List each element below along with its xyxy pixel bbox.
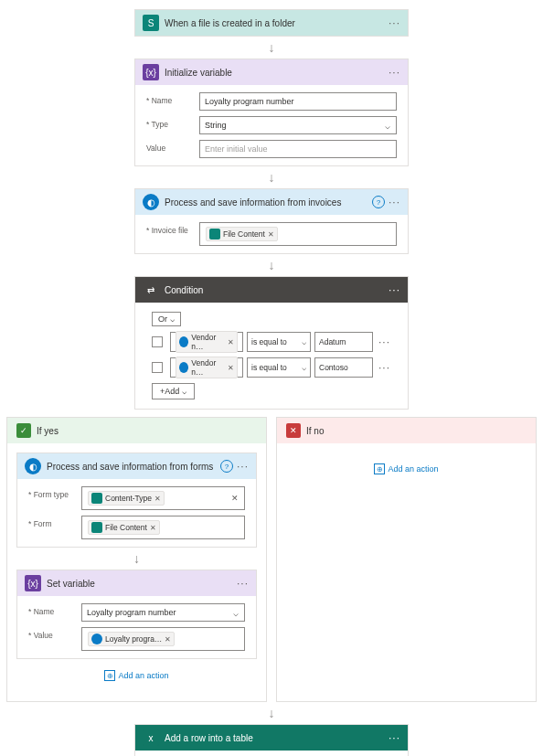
arrow-down-icon: ↓ bbox=[16, 548, 257, 570]
cross-icon: ✕ bbox=[286, 423, 301, 438]
trigger-card[interactable]: S When a file is created in a folder ··· bbox=[134, 9, 409, 37]
card-header[interactable]: ⇄ Condition ··· bbox=[135, 277, 408, 303]
or-selector[interactable]: Or ⌵ bbox=[152, 312, 181, 326]
card-header[interactable]: {x} Initialize variable ··· bbox=[135, 59, 408, 85]
card-header[interactable]: x Add a row into a table ··· bbox=[135, 725, 408, 751]
condition-icon: ⇄ bbox=[143, 282, 159, 298]
menu-icon[interactable]: ··· bbox=[237, 577, 249, 590]
operator-select[interactable]: is equal to bbox=[247, 332, 311, 352]
arrow-down-icon: ↓ bbox=[0, 254, 543, 276]
file-content-token[interactable]: File Content✕ bbox=[206, 227, 278, 241]
variable-icon: {x} bbox=[143, 64, 159, 80]
value-input[interactable]: Loyalty progra…✕ bbox=[81, 627, 245, 651]
trigger-title: When a file is created in a folder bbox=[165, 18, 389, 28]
ai-builder-icon: ◐ bbox=[25, 458, 41, 474]
branch-header[interactable]: ✕ If no bbox=[277, 418, 536, 443]
if-yes-branch: ✓ If yes ◐ Process and save information … bbox=[6, 417, 267, 702]
set-variable-card: {x} Set variable ··· Name Loyalty progra… bbox=[16, 570, 257, 659]
type-label: Type bbox=[146, 116, 199, 129]
left-operand[interactable]: Vendor n…✕ bbox=[170, 357, 243, 378]
name-label: Name bbox=[146, 92, 199, 105]
sharepoint-icon: S bbox=[143, 15, 159, 31]
card-header[interactable]: {x} Set variable ··· bbox=[17, 570, 256, 596]
menu-icon[interactable]: ··· bbox=[389, 196, 400, 208]
value-input[interactable]: Enter initial value bbox=[199, 140, 397, 158]
add-row-card: x Add a row into a table ··· LocationOne… bbox=[134, 724, 409, 756]
left-operand[interactable]: Vendor n…✕ bbox=[170, 332, 243, 352]
check-icon: ✓ bbox=[16, 423, 31, 438]
operator-select[interactable]: is equal to bbox=[247, 357, 311, 378]
arrow-down-icon: ↓ bbox=[0, 166, 543, 188]
right-operand[interactable]: Adatum bbox=[314, 332, 373, 352]
add-condition-button[interactable]: + Add ⌵ bbox=[152, 383, 195, 399]
arrow-down-icon: ↓ bbox=[6, 702, 537, 724]
process-invoices-card: ◐ Process and save information from invo… bbox=[134, 188, 409, 254]
menu-icon[interactable]: ··· bbox=[389, 16, 400, 29]
add-action-link[interactable]: ⊕Add an action bbox=[286, 453, 527, 485]
menu-icon[interactable]: ··· bbox=[389, 283, 400, 296]
condition-row: Vendor n…✕ is equal to Adatum ··· bbox=[152, 332, 395, 352]
if-no-branch: ✕ If no ⊕Add an action bbox=[276, 417, 537, 702]
excel-icon: x bbox=[143, 729, 159, 746]
value-label: Value bbox=[146, 140, 199, 153]
row-menu-icon[interactable]: ··· bbox=[378, 361, 390, 374]
arrow-down-icon: ↓ bbox=[0, 37, 543, 59]
right-operand[interactable]: Contoso bbox=[314, 357, 373, 378]
help-icon[interactable]: ? bbox=[372, 196, 385, 208]
condition-row: Vendor n…✕ is equal to Contoso ··· bbox=[152, 357, 395, 378]
add-action-link[interactable]: ⊕Add an action bbox=[16, 659, 257, 692]
branch-header[interactable]: ✓ If yes bbox=[7, 418, 266, 443]
initialize-variable-card: {x} Initialize variable ··· Name Loyalty… bbox=[134, 59, 409, 166]
add-icon: ⊕ bbox=[374, 463, 385, 474]
file-input[interactable]: File Content✕ bbox=[199, 222, 397, 246]
menu-icon[interactable]: ··· bbox=[389, 731, 400, 744]
variable-icon: {x} bbox=[25, 575, 41, 591]
menu-icon[interactable]: ··· bbox=[389, 66, 400, 79]
menu-icon[interactable]: ··· bbox=[237, 460, 249, 473]
row-checkbox[interactable] bbox=[152, 336, 163, 347]
card-header[interactable]: ◐ Process and save information from invo… bbox=[135, 189, 408, 215]
add-icon: ⊕ bbox=[104, 670, 115, 681]
card-header[interactable]: ◐ Process and save information from form… bbox=[17, 453, 256, 479]
row-checkbox[interactable] bbox=[152, 362, 163, 373]
form-type-input[interactable]: Content-Type✕ bbox=[81, 486, 245, 510]
name-input[interactable]: Loyalty program number bbox=[199, 92, 397, 111]
type-select[interactable]: String bbox=[199, 116, 397, 134]
form-input[interactable]: File Content✕ bbox=[81, 516, 245, 539]
help-icon[interactable]: ? bbox=[220, 460, 233, 473]
row-menu-icon[interactable]: ··· bbox=[378, 335, 390, 348]
ai-builder-icon: ◐ bbox=[143, 194, 159, 210]
name-select[interactable]: Loyalty program number bbox=[81, 603, 245, 622]
file-label: Invoice file bbox=[146, 222, 199, 235]
condition-card: ⇄ Condition ··· Or ⌵ Vendor n…✕ is equal… bbox=[134, 276, 409, 410]
process-forms-card: ◐ Process and save information from form… bbox=[16, 453, 257, 548]
